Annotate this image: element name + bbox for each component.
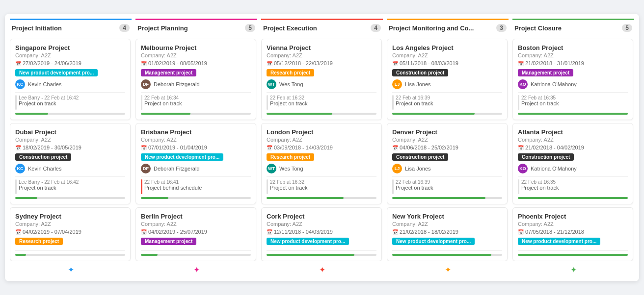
comment-bar [518, 95, 519, 110]
comment-text: Project on track [144, 100, 251, 106]
card-date-text: 18/02/2019 - 30/05/2019 [23, 145, 81, 150]
assignee-name: Lisa Jones [405, 166, 431, 172]
assignee-row: WTWes Tong [267, 164, 376, 173]
project-card[interactable]: Sydney ProjectCompany: A2Z📅04/02/2019 - … [10, 207, 131, 261]
project-card[interactable]: Dubai ProjectCompany: A2Z📅18/02/2019 - 3… [10, 123, 131, 204]
comment-content: Lee Barry - 22 Feb at 16:42Project on tr… [19, 95, 125, 106]
assignee-row: LJLisa Jones [392, 79, 502, 89]
comment-row: 22 Feb at 16:41Project behind schedule [141, 179, 251, 194]
card-tag: New product development pro... [392, 238, 475, 245]
project-card[interactable]: Los Angeles ProjectCompany: A2Z📅05/11/20… [387, 39, 508, 120]
avatar: LJ [392, 79, 402, 89]
comment-bar [392, 179, 394, 194]
card-date-row: 📅21/02/2018 - 18/02/2019 [392, 229, 502, 235]
add-card-button[interactable]: ✦ [570, 265, 577, 274]
cards-list[interactable]: Melbourne ProjectCompany: A2Z📅01/02/2019… [135, 39, 257, 261]
project-card[interactable]: Cork ProjectCompany: A2Z📅12/11/2018 - 04… [261, 207, 382, 261]
project-card[interactable]: Singapore ProjectCompany: A2Z📅27/02/2019… [10, 39, 131, 120]
card-title: Brisbane Project [141, 128, 251, 136]
card-tag: Construction project [392, 69, 448, 76]
card-company: Company: A2Z [518, 221, 628, 227]
card-date-text: 21/02/2018 - 18/02/2019 [400, 229, 458, 235]
comment-bar [267, 179, 268, 194]
card-company: Company: A2Z [141, 221, 251, 227]
cards-list[interactable]: Vienna ProjectCompany: A2Z📅05/12/2018 - … [261, 39, 383, 261]
project-card[interactable]: Denver ProjectCompany: A2Z📅04/06/2018 - … [387, 123, 508, 204]
progress-bar [392, 197, 485, 199]
project-card[interactable]: Melbourne ProjectCompany: A2Z📅01/02/2019… [135, 39, 256, 120]
card-company: Company: A2Z [267, 137, 376, 143]
avatar: DF [141, 79, 151, 89]
card-date-text: 01/02/2019 - 08/05/2019 [148, 60, 207, 66]
progress-bar [141, 113, 190, 115]
calendar-icon: 📅 [267, 229, 272, 235]
progress-bar-container [392, 254, 502, 256]
column-count: 4 [119, 24, 130, 32]
cards-list[interactable]: Los Angeles ProjectCompany: A2Z📅05/11/20… [387, 39, 509, 261]
card-company: Company: A2Z [267, 221, 376, 227]
comment-content: 22 Feb at 16:39Project on track [396, 95, 502, 106]
progress-bar [392, 254, 491, 256]
card-divider [392, 176, 502, 177]
card-tag: Research project [15, 238, 63, 245]
add-card-button[interactable]: ✦ [445, 265, 451, 274]
add-card-button[interactable]: ✦ [319, 265, 325, 274]
column-footer: ✦ [135, 261, 257, 276]
progress-bar [15, 197, 37, 199]
card-divider [392, 92, 502, 93]
add-card-button[interactable]: ✦ [193, 265, 200, 274]
card-date-text: 21/02/2018 - 31/01/2019 [525, 60, 584, 66]
column-title: Project Initiation [12, 25, 62, 32]
project-card[interactable]: Atlanta ProjectCompany: A2Z📅21/02/2018 -… [512, 123, 633, 204]
card-title: New York Project [392, 213, 502, 220]
card-date-row: 📅18/02/2019 - 30/05/2019 [15, 145, 125, 150]
card-tag: Research project [267, 153, 314, 161]
project-card[interactable]: Brisbane ProjectCompany: A2Z📅07/01/2019 … [135, 123, 256, 204]
card-date-text: 03/09/2018 - 14/03/2019 [274, 145, 333, 150]
card-date-text: 27/02/2019 - 24/06/2019 [23, 60, 81, 66]
comment-content: 22 Feb at 16:35Project on track [521, 95, 628, 106]
comment-bar [15, 95, 17, 110]
calendar-icon: 📅 [267, 61, 272, 66]
card-divider [141, 176, 251, 177]
card-title: Denver Project [392, 128, 502, 136]
card-tag: Management project [141, 238, 196, 245]
column-footer: ✦ [261, 261, 383, 276]
project-card[interactable]: Phoenix ProjectCompany: A2Z📅07/05/2018 -… [512, 207, 633, 261]
column-title: Project Closure [514, 25, 562, 32]
comment-row: Lee Barry - 22 Feb at 16:42Project on tr… [15, 95, 125, 110]
comment-bar [392, 95, 394, 110]
assignee-row: LJLisa Jones [392, 164, 502, 173]
comment-date: 22 Feb at 16:34 [144, 95, 251, 100]
cards-list[interactable]: Boston ProjectCompany: A2Z📅21/02/2018 - … [512, 39, 634, 261]
project-card[interactable]: Vienna ProjectCompany: A2Z📅05/12/2018 - … [261, 39, 382, 120]
assignee-row: KCKevin Charles [15, 79, 125, 89]
card-divider [392, 250, 502, 251]
assignee-name: Kevin Charles [28, 166, 61, 172]
comment-row: 22 Feb at 16:35Project on track [518, 95, 628, 110]
card-divider [141, 250, 251, 251]
project-card[interactable]: Berlin ProjectCompany: A2Z📅04/02/2019 - … [135, 207, 256, 261]
card-company: Company: A2Z [392, 221, 502, 227]
card-title: Phoenix Project [518, 213, 628, 220]
add-card-button[interactable]: ✦ [68, 265, 74, 274]
comment-bar [15, 179, 17, 194]
assignee-name: Deborah Fitzgerald [154, 81, 200, 87]
card-tag: Research project [267, 69, 314, 76]
project-card[interactable]: London ProjectCompany: A2Z📅03/09/2018 - … [261, 123, 382, 204]
project-card[interactable]: Boston ProjectCompany: A2Z📅21/02/2018 - … [512, 39, 633, 120]
card-company: Company: A2Z [141, 52, 251, 58]
card-date-text: 04/02/2019 - 07/04/2019 [23, 229, 81, 235]
card-date-text: 21/02/2018 - 04/02/2019 [525, 145, 584, 150]
comment-content: 22 Feb at 16:34Project on track [144, 95, 251, 106]
card-company: Company: A2Z [267, 52, 376, 58]
progress-bar [518, 197, 628, 199]
column-header: Project Execution4 [261, 19, 383, 36]
project-card[interactable]: New York ProjectCompany: A2Z📅21/02/2018 … [387, 207, 508, 261]
cards-list[interactable]: Singapore ProjectCompany: A2Z📅27/02/2019… [10, 39, 132, 261]
card-divider [518, 176, 628, 177]
card-date-text: 07/05/2018 - 21/12/2018 [525, 229, 584, 235]
card-date-row: 📅03/09/2018 - 14/03/2019 [267, 145, 376, 150]
card-divider [267, 176, 376, 177]
comment-date: 22 Feb at 16:32 [270, 179, 376, 185]
